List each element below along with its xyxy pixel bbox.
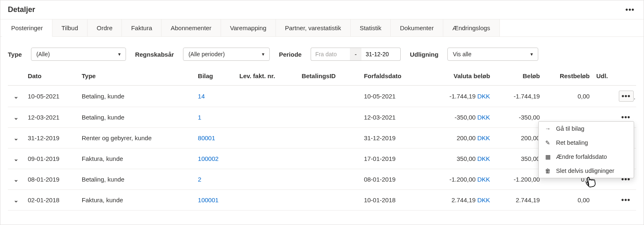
menu-item-ret-betaling[interactable]: ✎Ret betaling — [539, 136, 634, 150]
cell-lev — [236, 169, 299, 190]
cell-type: Renter og gebyrer, kunde — [78, 128, 195, 148]
cell-bilag: 100002 — [195, 148, 236, 169]
periode-range: - — [311, 48, 401, 61]
expand-chevron-icon[interactable]: ⌄ — [14, 135, 19, 141]
filter-year-select[interactable]: (Alle perioder) ▾ — [183, 48, 270, 61]
menu-item-slet-delvis-udligninger[interactable]: 🗑Slet delvis udligninger — [539, 164, 634, 178]
filter-udligning-label: Udligning — [410, 51, 438, 58]
cell-bet — [298, 169, 361, 190]
cell-bilag: 100001 — [195, 190, 236, 211]
cell-bilag: 80001 — [195, 128, 236, 148]
cell-forf: 10-01-2018 — [361, 190, 431, 211]
cell-lev — [236, 148, 299, 169]
expand-chevron-icon[interactable]: ⌄ — [14, 176, 19, 183]
bilag-link[interactable]: 14 — [198, 93, 205, 100]
bilag-link[interactable]: 2 — [198, 176, 201, 183]
cell-bel: -1.200,00 — [493, 169, 543, 190]
row-more-button[interactable]: ••• — [619, 91, 634, 102]
filter-udligning-select[interactable]: Vis alle ▾ — [447, 48, 538, 61]
filter-type-label: Type — [8, 51, 22, 58]
col-dato[interactable]: Dato — [24, 68, 78, 86]
chevron-down-icon: ▾ — [530, 51, 533, 57]
expand-chevron-icon[interactable]: ⌄ — [14, 156, 19, 162]
tab-partner-varestatistik[interactable]: Partner, varestatistik — [276, 19, 351, 37]
cell-bet — [298, 190, 361, 211]
menu-item-ændre-forfaldsdato[interactable]: ▦Ændre forfaldsdato — [539, 150, 634, 164]
filter-type-value: (Alle) — [36, 51, 50, 57]
expand-chevron-icon[interactable]: ⌄ — [14, 114, 19, 121]
filter-year-value: (Alle perioder) — [188, 51, 225, 57]
col-udl[interactable]: Udl. — [593, 68, 615, 86]
menu-item-label: Ændre forfaldsdato — [556, 153, 607, 160]
cell-type: Betaling, kunde — [78, 169, 195, 190]
bilag-link[interactable]: 80001 — [198, 134, 215, 141]
edit-icon: ✎ — [544, 139, 551, 146]
menu-item-label: Ret betaling — [556, 139, 588, 146]
tab-abonnementer[interactable]: Abonnementer — [162, 19, 221, 37]
menu-item-label: Slet delvis udligninger — [556, 168, 614, 174]
filter-type-select[interactable]: (Alle) ▾ — [31, 48, 126, 61]
bilag-link[interactable]: 100001 — [198, 196, 219, 203]
cell-forf: 12-03-2021 — [361, 107, 431, 128]
chevron-down-icon: ▾ — [118, 51, 121, 57]
tab-bar: PosteringerTilbudOrdreFakturaAbonnemente… — [0, 19, 644, 37]
tab-ordre[interactable]: Ordre — [88, 19, 122, 37]
cell-bilag: 2 — [195, 169, 236, 190]
cell-val: 200,00 DKK — [431, 128, 494, 148]
col-lev[interactable]: Lev. fakt. nr. — [236, 68, 299, 86]
col-bel[interactable]: Beløb — [493, 68, 543, 86]
col-bet[interactable]: BetalingsID — [298, 68, 361, 86]
col-rest[interactable]: Restbeløb — [543, 68, 593, 86]
tab-posteringer[interactable]: Posteringer — [2, 19, 52, 37]
cell-bet — [298, 86, 361, 107]
col-bilag[interactable]: Bilag — [195, 68, 236, 86]
tab-dokumenter[interactable]: Dokumenter — [391, 19, 443, 37]
panel-title: Detaljer — [8, 5, 35, 14]
cell-bilag: 14 — [195, 86, 236, 107]
tab-faktura[interactable]: Faktura — [122, 19, 162, 37]
expand-chevron-icon[interactable]: ⌄ — [14, 197, 19, 203]
bilag-link[interactable]: 100002 — [198, 155, 219, 162]
filter-bar: Type (Alle) ▾ Regnskabsår (Alle perioder… — [0, 37, 644, 68]
expand-chevron-icon[interactable]: ⌄ — [14, 93, 19, 100]
table-row: ⌄02-01-2018Faktura, kunde10000110-01-201… — [8, 190, 636, 211]
cell-val: -350,00 DKK — [431, 107, 494, 128]
panel-header: Detaljer ••• — [0, 0, 644, 19]
cell-lev — [236, 86, 299, 107]
cell-dato: 08-01-2019 — [24, 169, 78, 190]
cell-dato: 31-12-2019 — [24, 128, 78, 148]
menu-item-gå-til-bilag[interactable]: →Gå til bilag — [539, 122, 634, 136]
date-from-input[interactable] — [311, 48, 350, 61]
date-to-input[interactable] — [361, 48, 401, 61]
col-forf[interactable]: Forfaldsdato — [361, 68, 431, 86]
col-type[interactable]: Type — [78, 68, 195, 86]
cell-type: Betaling, kunde — [78, 107, 195, 128]
cell-bel: 2.744,19 — [493, 190, 543, 211]
cell-val: -1.200,00 DKK — [431, 169, 494, 190]
currency-link[interactable]: DKK — [478, 93, 490, 100]
currency-link[interactable]: DKK — [478, 176, 490, 183]
calendar-icon: ▦ — [544, 153, 551, 160]
cell-bel: 200,00 — [493, 128, 543, 148]
cell-bet — [298, 148, 361, 169]
row-context-menu: →Gå til bilag✎Ret betaling▦Ændre forfald… — [538, 121, 634, 178]
tab-statistik[interactable]: Statistik — [351, 19, 391, 37]
panel-more-button[interactable]: ••• — [623, 5, 637, 15]
table-header-row: Dato Type Bilag Lev. fakt. nr. Betalings… — [8, 68, 636, 86]
row-more-button[interactable]: ••• — [619, 195, 633, 205]
cell-forf: 31-12-2019 — [361, 128, 431, 148]
cell-type: Betaling, kunde — [78, 86, 195, 107]
tab--ndringslogs[interactable]: Ændringslogs — [443, 19, 500, 37]
cell-type: Faktura, kunde — [78, 148, 195, 169]
bilag-link[interactable]: 1 — [198, 114, 201, 121]
col-val[interactable]: Valuta beløb — [431, 68, 494, 86]
currency-link[interactable]: DKK — [478, 155, 490, 162]
cell-forf: 08-01-2019 — [361, 169, 431, 190]
currency-link[interactable]: DKK — [478, 196, 490, 203]
cell-forf: 10-05-2021 — [361, 86, 431, 107]
tab-tilbud[interactable]: Tilbud — [52, 19, 88, 37]
filter-year-label: Regnskabsår — [135, 51, 174, 58]
currency-link[interactable]: DKK — [478, 114, 490, 121]
currency-link[interactable]: DKK — [478, 134, 490, 141]
tab-varemapping[interactable]: Varemapping — [221, 19, 276, 37]
